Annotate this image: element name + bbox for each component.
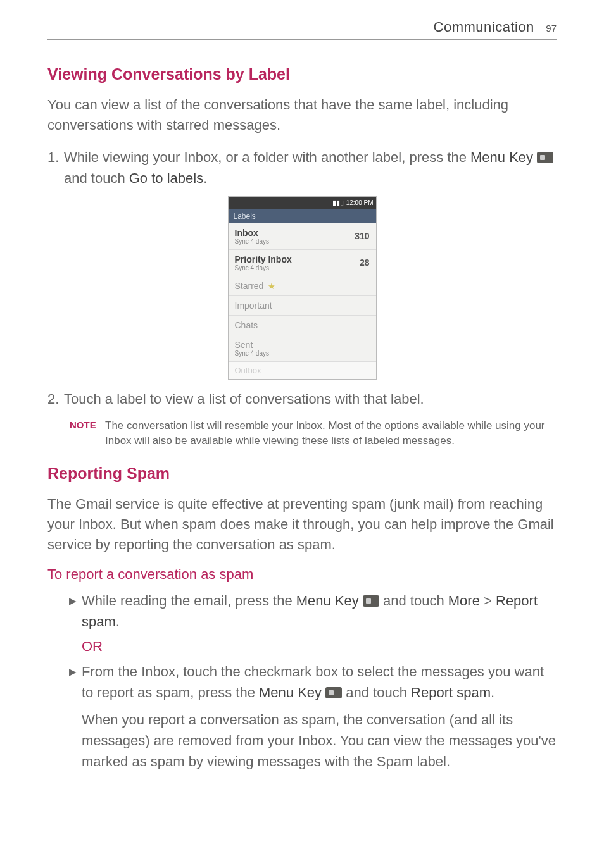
bullet-1-text-g: .	[116, 614, 120, 629]
menu-key-icon	[325, 687, 342, 698]
label-row-starred: Starred ★	[229, 276, 376, 296]
status-time: 12:00 PM	[346, 199, 374, 206]
labels-screen-title: Labels	[229, 209, 376, 223]
note-label: NOTE	[70, 418, 105, 449]
intro-paragraph-1: You can view a list of the conversations…	[47, 95, 557, 135]
menu-key-icon	[363, 595, 379, 607]
step-1-text-a: While viewing your Inbox, or a folder wi…	[64, 149, 470, 165]
bullet-1-more: More	[448, 593, 480, 609]
heading-reporting-spam: Reporting Spam	[47, 464, 557, 483]
label-row-inbox: Inbox Sync 4 days 310	[229, 223, 376, 250]
label-name: Inbox	[235, 228, 258, 238]
label-name: Priority Inbox	[235, 254, 292, 264]
note-block: NOTE The conversation list will resemble…	[70, 418, 557, 449]
bullet-2-menu-key: Menu Key	[259, 685, 322, 700]
label-count: 28	[360, 257, 370, 268]
step-2: 2. Touch a label to view a list of conve…	[47, 388, 557, 409]
step-1-go-to-labels: Go to labels	[129, 170, 203, 186]
followup-paragraph: When you report a conversation as spam, …	[82, 709, 557, 772]
bullet-2-text-c: and touch	[342, 685, 411, 700]
intro-paragraph-2: The Gmail service is quite effective at …	[47, 494, 557, 555]
step-1: 1. While viewing your Inbox, or a folder…	[47, 147, 557, 189]
bullet-1-text-c: and touch	[379, 593, 448, 609]
page-number: 97	[546, 23, 557, 34]
signal-icon: ▮▮▯	[332, 199, 344, 207]
label-row-sent: Sent Sync 4 days	[229, 335, 376, 362]
step-1-menu-key: Menu Key	[470, 149, 533, 165]
bullet-2-content: From the Inbox, touch the checkmark box …	[82, 661, 557, 703]
step-1-number: 1.	[47, 147, 64, 189]
label-name: Chats	[235, 320, 258, 330]
step-1-text-c: and touch	[64, 170, 129, 186]
note-body: The conversation list will resemble your…	[105, 418, 557, 449]
or-separator: OR	[82, 638, 557, 655]
bullet-1-text-e: >	[480, 593, 496, 609]
status-bar: ▮▮▯ 12:00 PM	[229, 197, 376, 209]
label-count: 310	[355, 231, 369, 241]
page-header: Communication 97	[47, 19, 557, 40]
header-section-title: Communication	[434, 19, 534, 35]
phone-screenshot-frame: ▮▮▯ 12:00 PM Labels Inbox Sync 4 days 31…	[228, 196, 377, 380]
sub-heading-report-spam: To report a conversation as spam	[47, 566, 557, 583]
bullet-marker: ▶	[69, 661, 82, 703]
menu-key-icon	[537, 152, 553, 163]
star-icon: ★	[268, 282, 275, 291]
label-row-priority: Priority Inbox Sync 4 days 28	[229, 250, 376, 276]
label-sub: Sync 4 days	[235, 238, 269, 245]
bullet-1: ▶ While reading the email, press the Men…	[69, 590, 557, 632]
step-2-content: Touch a label to view a list of conversa…	[64, 388, 557, 409]
bullet-2-report-spam: Report spam	[411, 685, 491, 700]
step-2-number: 2.	[47, 388, 64, 409]
bullet-1-menu-key: Menu Key	[296, 593, 359, 609]
label-row-important: Important	[229, 296, 376, 316]
bullet-2: ▶ From the Inbox, touch the checkmark bo…	[69, 661, 557, 703]
label-sub: Sync 4 days	[235, 350, 269, 357]
bullet-1-content: While reading the email, press the Menu …	[82, 590, 557, 632]
step-1-text-e: .	[203, 170, 207, 186]
step-1-content: While viewing your Inbox, or a folder wi…	[64, 147, 557, 189]
label-row-chats: Chats	[229, 316, 376, 335]
label-name: Important	[235, 301, 272, 311]
bullet-2-text-e: .	[491, 685, 494, 700]
label-sub: Sync 4 days	[235, 264, 292, 271]
bullet-1-text-a: While reading the email, press the	[82, 593, 296, 609]
label-row-outbox: Outbox	[229, 362, 376, 379]
bullet-marker: ▶	[69, 590, 82, 632]
label-name: Starred	[235, 281, 264, 291]
heading-viewing-conversations: Viewing Conversations by Label	[47, 65, 557, 84]
labels-screenshot: ▮▮▯ 12:00 PM Labels Inbox Sync 4 days 31…	[47, 196, 557, 380]
label-name: Sent	[235, 340, 253, 350]
